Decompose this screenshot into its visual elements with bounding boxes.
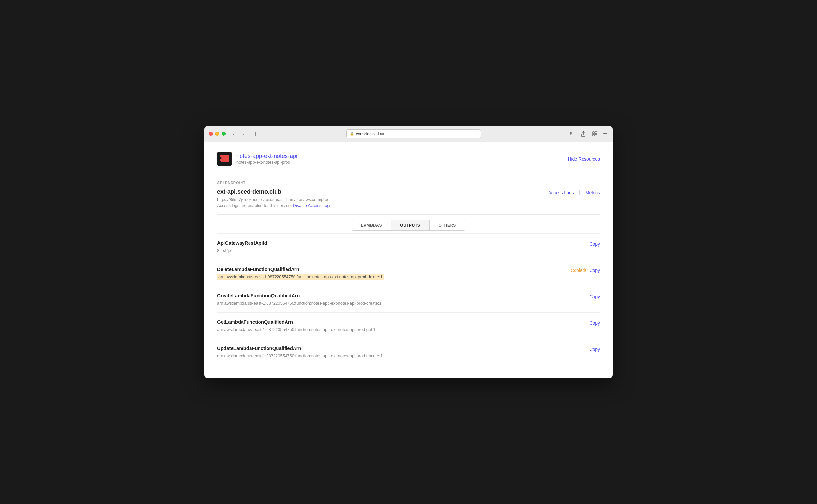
browser-actions: ↻ +: [567, 129, 608, 138]
output-item-create-lambda: CreateLambdaFunctionQualifiedArn arn:aws…: [217, 286, 600, 313]
traffic-light-green[interactable]: [222, 132, 226, 136]
metrics-link[interactable]: Metrics: [586, 190, 600, 195]
api-section: API ENDPOINT ext-api.seed-demo.club http…: [217, 174, 600, 214]
output-info-create-lambda: CreateLambdaFunctionQualifiedArn arn:aws…: [217, 293, 381, 306]
output-value-delete-lambda: arn:aws:lambda:us-east-1:087220554750:fu…: [217, 274, 384, 280]
app-logo: [217, 152, 232, 166]
outputs-section: ApiGatewayRestApiId 8itrsl7jxh Copy Dele…: [217, 233, 600, 365]
copied-label-delete-lambda: Copied!: [571, 268, 586, 273]
output-title-delete-lambda: DeleteLambdaFunctionQualifiedArn: [217, 266, 384, 272]
copy-button-create-lambda[interactable]: Copy: [589, 294, 600, 299]
address-bar-container: 🔒 console.seed.run: [264, 129, 563, 138]
new-tab-button[interactable]: +: [602, 130, 608, 137]
output-item-update-lambda: UpdateLambdaFunctionQualifiedArn arn:aws…: [217, 339, 600, 365]
copy-button-delete-lambda[interactable]: Copy: [589, 268, 600, 273]
output-actions-create-lambda: Copy: [589, 293, 600, 299]
output-title-create-lambda: CreateLambdaFunctionQualifiedArn: [217, 293, 381, 298]
traffic-light-red[interactable]: [209, 132, 213, 136]
copy-button-api-gateway[interactable]: Copy: [589, 241, 600, 247]
tab-lambdas[interactable]: LAMBDAS: [352, 220, 391, 230]
forward-button[interactable]: ›: [239, 130, 248, 138]
hide-resources-button[interactable]: Hide Resources: [568, 156, 600, 161]
output-value-api-gateway: 8itrsl7jxh: [217, 248, 233, 253]
access-logs-link[interactable]: Access Logs: [548, 190, 574, 195]
output-info-update-lambda: UpdateLambdaFunctionQualifiedArn arn:aws…: [217, 345, 382, 359]
new-tab-from-toolbar-button[interactable]: [590, 129, 599, 138]
app-subtitle: notes-app-ext-notes-api-prod: [236, 160, 297, 165]
back-button[interactable]: ‹: [230, 130, 238, 138]
output-title-api-gateway: ApiGatewayRestApiId: [217, 240, 267, 246]
svg-rect-4: [593, 134, 595, 136]
disable-access-logs-link[interactable]: Disable Access Logs: [293, 203, 331, 208]
app-names: notes-app-ext-notes-api notes-app-ext-no…: [236, 153, 297, 165]
svg-rect-3: [595, 132, 597, 134]
api-endpoint-info: ext-api.seed-demo.club https://8itrsl7jx…: [217, 188, 331, 208]
svg-rect-9: [221, 161, 229, 162]
tab-others[interactable]: OTHERS: [430, 220, 465, 230]
svg-rect-1: [256, 132, 258, 136]
svg-rect-6: [220, 155, 229, 157]
access-log-status-text: Access logs are enabled for this service…: [217, 203, 331, 208]
svg-rect-7: [221, 157, 229, 159]
svg-rect-8: [220, 159, 229, 161]
output-title-get-lambda: GetLambdaFunctionQualifiedArn: [217, 319, 376, 325]
traffic-lights: [209, 132, 226, 136]
tabs: LAMBDAS OUTPUTS OTHERS: [352, 220, 465, 231]
lock-icon: 🔒: [350, 132, 354, 136]
copy-button-get-lambda[interactable]: Copy: [589, 320, 600, 326]
page-content: notes-app-ext-notes-api notes-app-ext-no…: [204, 142, 613, 375]
svg-rect-2: [593, 132, 595, 134]
tab-outputs[interactable]: OUTPUTS: [391, 220, 430, 230]
endpoint-url: https://8itrsl7jxh.execute-api.us-east-1…: [217, 197, 331, 202]
reload-icon: ↻: [570, 131, 574, 137]
nav-buttons: ‹ ›: [230, 130, 248, 138]
output-item-api-gateway: ApiGatewayRestApiId 8itrsl7jxh Copy: [217, 233, 600, 260]
url-text: console.seed.run: [356, 132, 385, 136]
output-item-get-lambda: GetLambdaFunctionQualifiedArn arn:aws:la…: [217, 313, 600, 339]
output-value-create-lambda: arn:aws:lambda:us-east-1:087220554750:fu…: [217, 301, 381, 306]
api-section-label: API ENDPOINT: [217, 181, 600, 185]
output-actions-get-lambda: Copy: [589, 319, 600, 326]
browser-chrome: ‹ › 🔒 console.seed.run ↻: [204, 126, 613, 142]
output-actions-update-lambda: Copy: [589, 345, 600, 352]
output-actions-api-gateway: Copy: [589, 240, 600, 247]
traffic-light-yellow[interactable]: [215, 132, 219, 136]
output-item-delete-lambda: DeleteLambdaFunctionQualifiedArn arn:aws…: [217, 260, 600, 286]
output-value-update-lambda: arn:aws:lambda:us-east-1:087220554750:fu…: [217, 353, 382, 358]
output-title-update-lambda: UpdateLambdaFunctionQualifiedArn: [217, 345, 382, 351]
browser-window: ‹ › 🔒 console.seed.run ↻: [204, 126, 613, 378]
output-info-api-gateway: ApiGatewayRestApiId 8itrsl7jxh: [217, 240, 267, 253]
output-info-delete-lambda: DeleteLambdaFunctionQualifiedArn arn:aws…: [217, 266, 384, 280]
copy-button-update-lambda[interactable]: Copy: [589, 347, 600, 352]
svg-rect-0: [253, 132, 255, 136]
address-bar[interactable]: 🔒 console.seed.run: [346, 129, 481, 138]
reload-button[interactable]: ↻: [567, 129, 576, 138]
api-endpoint-row: ext-api.seed-demo.club https://8itrsl7jx…: [217, 188, 600, 208]
svg-rect-5: [595, 134, 597, 136]
api-actions: Access Logs | Metrics: [548, 188, 600, 196]
api-action-divider: |: [579, 190, 580, 196]
app-title: notes-app-ext-notes-api: [236, 153, 297, 160]
sidebar-toggle-button[interactable]: [251, 130, 260, 138]
share-button[interactable]: [579, 129, 588, 138]
app-identity: notes-app-ext-notes-api notes-app-ext-no…: [217, 152, 297, 166]
output-info-get-lambda: GetLambdaFunctionQualifiedArn arn:aws:la…: [217, 319, 376, 332]
output-value-get-lambda: arn:aws:lambda:us-east-1:087220554750:fu…: [217, 327, 376, 332]
tabs-container: LAMBDAS OUTPUTS OTHERS: [217, 214, 600, 231]
output-actions-delete-lambda: Copied! Copy: [571, 266, 600, 273]
page-header: notes-app-ext-notes-api notes-app-ext-no…: [217, 152, 600, 166]
endpoint-domain: ext-api.seed-demo.club: [217, 188, 331, 195]
